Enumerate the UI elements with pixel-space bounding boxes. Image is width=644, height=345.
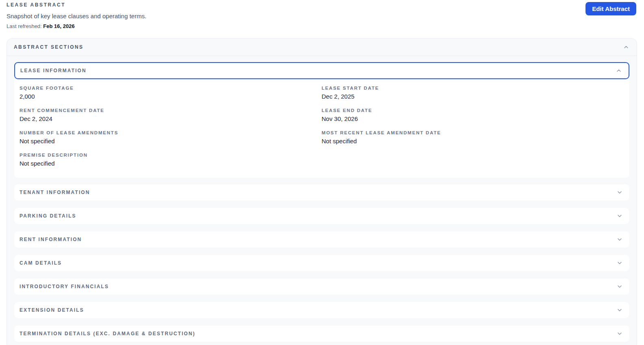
- field-label: LEASE START DATE: [322, 86, 624, 91]
- field: LEASE START DATE Dec 2, 2025: [322, 86, 624, 100]
- section-title: TERMINATION DETAILS (EXC. DAMAGE & DESTR…: [20, 331, 195, 336]
- chevron-down-icon: [616, 330, 623, 337]
- section-title: PARKING DETAILS: [20, 213, 76, 219]
- chevron-down-icon: [616, 260, 623, 266]
- section-title: RENT INFORMATION: [20, 237, 82, 242]
- field: MOST RECENT LEASE AMENDMENT DATE Not spe…: [322, 130, 624, 144]
- field-label: LEASE END DATE: [322, 108, 624, 113]
- section-lease-information: LEASE INFORMATION SQUARE FOOTAGE 2,000 L…: [14, 62, 629, 178]
- collapsed-sections-list: TENANT INFORMATION PARKING DETAILS RENT …: [14, 184, 629, 342]
- page-header: LEASE ABSTRACT Snapshot of key lease cla…: [7, 2, 637, 29]
- abstract-sections-card: ABSTRACT SECTIONS LEASE INFORMATION SQUA…: [7, 38, 637, 345]
- last-refreshed-date: Feb 16, 2026: [43, 23, 74, 29]
- field: LEASE END DATE Nov 30, 2026: [322, 108, 624, 122]
- last-refreshed: Last refreshed: Feb 16, 2026: [7, 23, 637, 29]
- field-value: 2,000: [20, 93, 322, 100]
- chevron-up-icon: [623, 44, 629, 50]
- collapsed-section-bar[interactable]: TERMINATION DETAILS (EXC. DAMAGE & DESTR…: [14, 326, 629, 342]
- field-label: PREMISE DESCRIPTION: [20, 153, 322, 157]
- collapsed-section-bar[interactable]: PARKING DETAILS: [14, 208, 629, 224]
- edit-abstract-button[interactable]: Edit Abstract: [585, 2, 636, 15]
- field: SQUARE FOOTAGE 2,000: [20, 86, 322, 100]
- chevron-down-icon: [616, 189, 623, 196]
- collapsed-section-bar[interactable]: TENANT INFORMATION: [14, 184, 629, 201]
- lease-information-fields: SQUARE FOOTAGE 2,000 LEASE START DATE De…: [14, 79, 629, 178]
- collapsed-section-bar[interactable]: INTRODUCTORY FINANCIALS: [14, 278, 629, 295]
- last-refreshed-label: Last refreshed:: [7, 23, 42, 29]
- field-value: Nov 30, 2026: [322, 115, 624, 122]
- field-label: RENT COMMENCEMENT DATE: [20, 108, 322, 113]
- field-value: Not specified: [20, 138, 322, 144]
- section-header-lease-information[interactable]: LEASE INFORMATION: [14, 62, 629, 79]
- section-title: TENANT INFORMATION: [20, 190, 90, 195]
- chevron-down-icon: [616, 283, 623, 290]
- abstract-sections-title: ABSTRACT SECTIONS: [14, 44, 83, 50]
- section-title: LEASE INFORMATION: [20, 68, 87, 73]
- field: NUMBER OF LEASE AMENDMENTS Not specified: [20, 130, 322, 144]
- field-value: Dec 2, 2024: [20, 115, 322, 122]
- page-title: LEASE ABSTRACT: [7, 2, 637, 8]
- abstract-sections-body: LEASE INFORMATION SQUARE FOOTAGE 2,000 L…: [7, 56, 637, 345]
- section-title: INTRODUCTORY FINANCIALS: [20, 284, 109, 289]
- lease-abstract-page: LEASE ABSTRACT Snapshot of key lease cla…: [0, 0, 644, 345]
- field-label: SQUARE FOOTAGE: [20, 86, 322, 91]
- collapsed-section-bar[interactable]: EXTENSION DETAILS: [14, 302, 629, 318]
- field-label: MOST RECENT LEASE AMENDMENT DATE: [322, 130, 624, 135]
- section-title: EXTENSION DETAILS: [20, 307, 84, 313]
- chevron-down-icon: [616, 236, 623, 243]
- field-value: Not specified: [322, 138, 624, 144]
- chevron-up-icon: [616, 67, 622, 74]
- field-value: Dec 2, 2025: [322, 93, 624, 100]
- field: PREMISE DESCRIPTION Not specified: [20, 153, 322, 167]
- field: RENT COMMENCEMENT DATE Dec 2, 2024: [20, 108, 322, 122]
- abstract-sections-header[interactable]: ABSTRACT SECTIONS: [7, 39, 637, 56]
- collapsed-section-bar[interactable]: CAM DETAILS: [14, 255, 629, 271]
- collapsed-section-bar[interactable]: RENT INFORMATION: [14, 231, 629, 248]
- chevron-down-icon: [616, 213, 623, 219]
- section-title: CAM DETAILS: [20, 260, 62, 266]
- chevron-down-icon: [616, 307, 623, 313]
- page-subtitle: Snapshot of key lease clauses and operat…: [7, 13, 637, 19]
- field-value: Not specified: [20, 160, 322, 167]
- field-label: NUMBER OF LEASE AMENDMENTS: [20, 130, 322, 135]
